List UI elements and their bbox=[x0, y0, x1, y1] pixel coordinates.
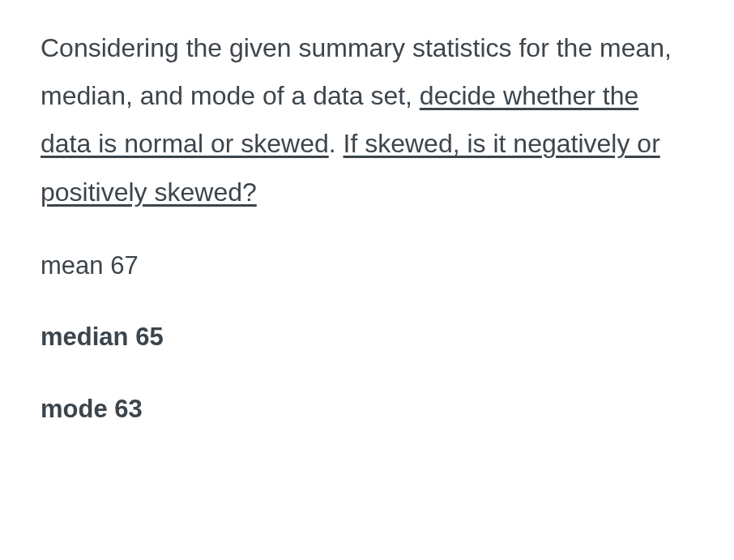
stat-mean-value: 67 bbox=[110, 251, 138, 280]
question-container: Considering the given summary statistics… bbox=[41, 24, 693, 428]
stat-median-label: median bbox=[41, 323, 129, 351]
stat-mode-value: 63 bbox=[114, 395, 142, 423]
question-separator: . bbox=[329, 129, 344, 158]
stat-mean: mean 67 bbox=[41, 247, 693, 285]
stat-median: median 65 bbox=[41, 318, 693, 357]
stat-mode-label: mode bbox=[41, 395, 108, 423]
question-prompt: Considering the given summary statistics… bbox=[41, 24, 693, 216]
stat-mode: mode 63 bbox=[41, 391, 693, 429]
stat-median-value: 65 bbox=[135, 323, 163, 351]
stat-mean-label: mean bbox=[41, 251, 104, 280]
